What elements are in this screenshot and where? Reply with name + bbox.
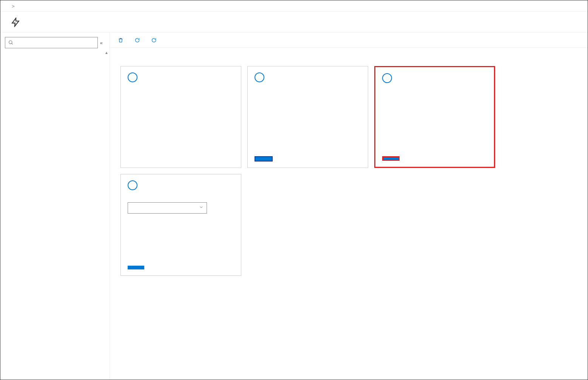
scenario-select[interactable] <box>128 202 207 214</box>
card-add-modules <box>120 174 241 276</box>
breadcrumb: > <box>0 0 588 12</box>
toolbar <box>110 32 588 48</box>
svg-point-0 <box>9 41 12 44</box>
bolt-icon <box>9 16 22 28</box>
add-button[interactable] <box>128 266 144 269</box>
refresh-config-button[interactable] <box>134 37 142 43</box>
main-content <box>110 32 588 380</box>
trash-icon <box>117 37 123 43</box>
add-button[interactable] <box>382 156 400 161</box>
search-input[interactable] <box>5 37 98 48</box>
collapse-sidebar-icon[interactable]: « <box>100 40 103 46</box>
blade-header <box>0 12 588 32</box>
card-configure-edge <box>247 66 368 168</box>
sidebar: « ▲ <box>0 32 110 380</box>
card-body <box>128 89 234 155</box>
remove-config-button[interactable] <box>117 37 126 43</box>
card-body <box>255 89 361 150</box>
chevron-down-icon <box>199 204 204 212</box>
scroll-up-icon[interactable]: ▲ <box>105 51 108 55</box>
close-icon[interactable] <box>573 21 579 24</box>
card-publish-modules <box>120 66 241 168</box>
card-body <box>382 90 487 150</box>
svg-line-1 <box>12 43 13 45</box>
breadcrumb-sep: > <box>12 3 15 9</box>
refresh-icon <box>151 37 157 43</box>
step-number <box>255 72 264 82</box>
card-add-shares <box>374 66 495 168</box>
step-number <box>382 73 392 83</box>
step-number <box>128 72 137 82</box>
view-config-button[interactable] <box>255 156 273 162</box>
refresh-button[interactable] <box>151 37 159 43</box>
refresh-icon <box>134 37 140 43</box>
search-field[interactable] <box>16 40 94 46</box>
step-number <box>128 180 137 190</box>
card-body <box>128 197 234 260</box>
